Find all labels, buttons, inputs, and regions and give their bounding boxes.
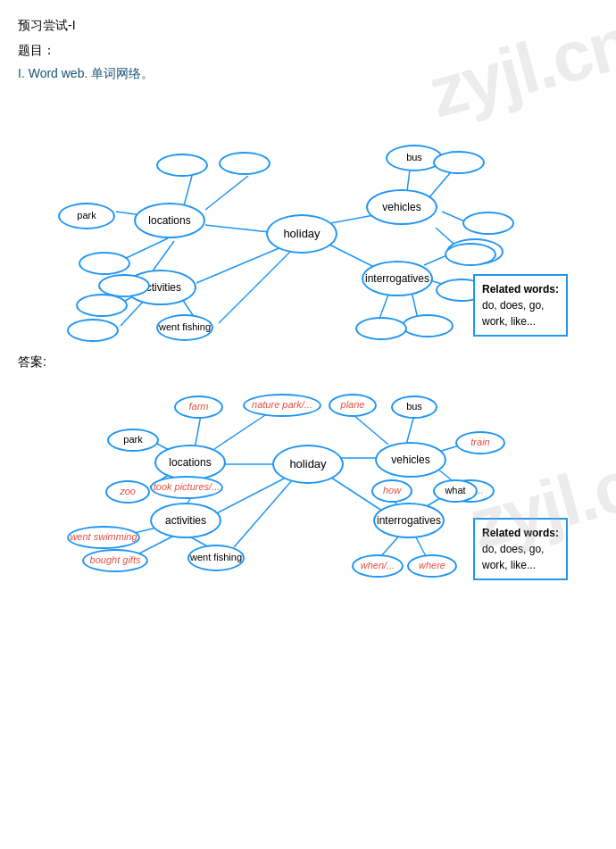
- question-label: 题目：: [18, 43, 598, 59]
- svg-line-4: [219, 252, 290, 323]
- related-box-content-1: do, does, go,work, like...: [482, 297, 559, 329]
- node-went-swimming: went swimming: [67, 526, 140, 549]
- svg-line-2: [196, 247, 281, 283]
- svg-line-31: [354, 415, 388, 445]
- related-box-1: Related words: do, does, go,work, like..…: [473, 274, 568, 337]
- node-zoo: zoo: [105, 480, 150, 504]
- related-box-title-1: Related words:: [482, 281, 559, 297]
- node-took-pictures: took pictures/...: [150, 476, 223, 499]
- node-holiday2: holiday: [272, 445, 344, 484]
- node-train: train: [455, 431, 505, 454]
- blank-veh-2[interactable]: [462, 212, 514, 235]
- page: zyjl.cn zyjl.c 预习尝试-I 题目： I. Word web. 单…: [0, 0, 616, 665]
- related-box-2: Related words: do, does, go,work, like..…: [473, 518, 568, 580]
- diagram2-lines: [18, 379, 598, 638]
- blank-inter-3[interactable]: [355, 317, 407, 340]
- blank-act-2[interactable]: [67, 319, 119, 342]
- diagram1: holiday locations vehicles activities in…: [18, 96, 598, 345]
- node-interrogatives2: interrogatives: [373, 503, 445, 538]
- blank-veh-3[interactable]: [445, 243, 496, 266]
- page-title: 预习尝试-I: [18, 18, 598, 34]
- node-how: how: [371, 479, 412, 503]
- blank-act-1[interactable]: [76, 294, 128, 317]
- node-interrogatives: interrogatives: [362, 261, 433, 296]
- blank-inter-2[interactable]: [402, 314, 454, 337]
- related-box-content-2: do, does, go,work, like...: [482, 541, 559, 573]
- svg-line-30: [406, 415, 414, 445]
- node-went-fishing2: went fishing: [187, 545, 245, 571]
- node-what2: what: [433, 479, 478, 503]
- node-park2: park: [107, 429, 159, 452]
- node-holiday: holiday: [266, 214, 337, 254]
- node-nature-park: nature park/...: [243, 394, 321, 417]
- node-locations2: locations: [154, 445, 226, 480]
- blank-loc-2[interactable]: [219, 152, 271, 175]
- node-went-fishing: went fishing: [156, 314, 213, 341]
- node-locations: locations: [134, 203, 205, 238]
- node-park: park: [58, 203, 115, 229]
- blank-veh-1[interactable]: [433, 151, 485, 174]
- svg-line-27: [214, 413, 268, 449]
- node-activities2: activities: [150, 503, 221, 538]
- answer-label: 答案:: [18, 354, 598, 370]
- node-vehicles: vehicles: [366, 189, 437, 225]
- node-when: when/...: [352, 554, 404, 578]
- node-farm: farm: [174, 395, 223, 419]
- instruction: I. Word web. 单词网络。: [18, 66, 598, 82]
- node-where: where: [407, 554, 457, 578]
- node-bus2: bus: [391, 395, 437, 419]
- svg-line-25: [234, 479, 293, 547]
- svg-line-7: [205, 176, 248, 210]
- blank-loc-3[interactable]: [79, 252, 130, 275]
- node-vehicles2: vehicles: [375, 442, 446, 478]
- node-plane: plane: [329, 394, 377, 417]
- diagram2: holiday locations vehicles activities in…: [18, 379, 598, 638]
- related-box-title-2: Related words:: [482, 525, 559, 541]
- node-bought-gifts: bought gifts: [82, 549, 148, 572]
- blank-loc-1[interactable]: [156, 154, 208, 177]
